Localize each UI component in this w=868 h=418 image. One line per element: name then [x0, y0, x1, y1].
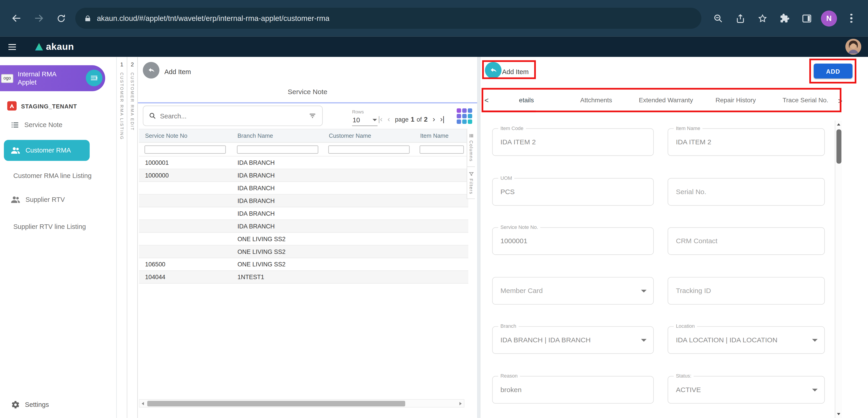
browser-forward-button[interactable]: [28, 7, 50, 29]
next-page-button[interactable]: ›: [433, 116, 435, 123]
tracking-id-field[interactable]: Tracking ID: [668, 277, 825, 305]
table-row[interactable]: 1000000 IDA BRANCH: [139, 169, 468, 182]
rows-per-page-select[interactable]: Rows 10: [352, 109, 377, 126]
pane-tab-listing[interactable]: 1 CUSTOMER RMA LISTING: [117, 57, 127, 418]
sidebar-item-service-note[interactable]: Service Note: [10, 120, 62, 129]
column-header-service-note-no[interactable]: Service Note No: [139, 129, 231, 142]
table-filter-row: [139, 143, 468, 156]
tenant-row[interactable]: STAGING_TENANT: [7, 101, 77, 110]
column-header-branch-name[interactable]: Branch Name: [231, 129, 322, 142]
tab-attchments[interactable]: Attchments: [561, 97, 631, 103]
user-avatar[interactable]: [845, 39, 861, 55]
cell-item-name: [414, 258, 468, 271]
column-header-item-name[interactable]: Item Name: [414, 129, 468, 142]
column-header-customer-name[interactable]: Customer Name: [322, 129, 414, 142]
applet-banner[interactable]: ogo Internal RMA Applet: [0, 65, 105, 91]
table-row[interactable]: ONE LIVING SS2: [139, 245, 468, 258]
last-page-button[interactable]: ›|: [440, 116, 444, 123]
pane-tab-number: 1: [120, 61, 123, 68]
back-reply-icon: [489, 66, 497, 74]
address-bar[interactable]: akaun.cloud/#/applet/tnt/wavelet/erp/int…: [75, 8, 702, 29]
filter-input-customer-name[interactable]: [328, 145, 410, 153]
table-row[interactable]: IDA BRANCH: [139, 195, 468, 207]
horizontal-scrollbar-thumb[interactable]: [147, 401, 405, 407]
location-field[interactable]: Location IDA LOCATION | IDA LOCATION: [668, 326, 825, 354]
filter-input-service-note-no[interactable]: [145, 145, 226, 153]
tab-details[interactable]: etails: [492, 97, 561, 103]
sidebar-item-supplier-rtv-line-listing[interactable]: Supplier RTV line Listing: [13, 223, 86, 231]
field-label: Item Name: [674, 125, 703, 132]
table-row[interactable]: IDA BRANCH: [139, 182, 468, 195]
share-icon[interactable]: [729, 7, 751, 29]
scroll-up-arrow-icon[interactable]: [837, 123, 840, 126]
filters-tool-button[interactable]: Filters: [467, 167, 475, 199]
columns-tool-button[interactable]: Columns: [467, 129, 475, 167]
tab-trace-serial-no[interactable]: Trace Serial No.: [771, 97, 840, 103]
status-field[interactable]: Status: ACTIVE: [668, 376, 825, 404]
table-row[interactable]: 104044 1NTEST1: [139, 271, 468, 284]
detail-back-button[interactable]: [485, 62, 501, 78]
columns-tool-label: Columns: [469, 140, 474, 162]
browser-profile-avatar[interactable]: N: [821, 10, 837, 26]
sidebar-item-label: Supplier RTV: [26, 196, 65, 203]
item-name-field[interactable]: Item Name IDA ITEM 2: [668, 128, 825, 156]
field-placeholder: Tracking ID: [676, 287, 711, 294]
table-row[interactable]: IDA BRANCH: [139, 220, 468, 233]
horizontal-scrollbar[interactable]: [139, 399, 465, 407]
cell-service-note-no: [139, 233, 231, 245]
tab-repair-history[interactable]: Repair History: [701, 97, 771, 103]
scroll-left-arrow-icon[interactable]: [142, 402, 144, 405]
add-button[interactable]: ADD: [814, 64, 852, 79]
app-menu-button[interactable]: [7, 42, 17, 52]
table-row[interactable]: ONE LIVING SS2: [139, 233, 468, 245]
filter-list-icon[interactable]: [308, 112, 316, 120]
zoom-icon[interactable]: [707, 7, 729, 29]
search-input[interactable]: [160, 112, 304, 120]
browser-reload-button[interactable]: [50, 7, 72, 29]
hamburger-icon: [7, 42, 17, 52]
filter-input-branch-name[interactable]: [237, 145, 318, 153]
sidebar-collapse-button[interactable]: [86, 70, 102, 86]
tab-extended-warranty[interactable]: Extended Warranty: [631, 97, 701, 103]
search-box[interactable]: [143, 106, 323, 126]
reason-field[interactable]: Reason broken: [492, 376, 654, 404]
scroll-right-arrow-icon[interactable]: [459, 402, 462, 405]
filter-input-item-name[interactable]: [420, 145, 464, 153]
sidebar-item-supplier-rtv[interactable]: Supplier RTV: [10, 195, 65, 205]
sidebar: ogo Internal RMA Applet STAGING_TENANT S…: [0, 57, 117, 418]
table-row[interactable]: 106500 ONE LIVING SS2: [139, 258, 468, 271]
pane-tab-edit[interactable]: 2 CUSTOMER RMA EDIT: [127, 57, 138, 418]
cell-item-name: [414, 271, 468, 283]
browser-back-button[interactable]: [5, 7, 28, 29]
table-row[interactable]: IDA BRANCH: [139, 207, 468, 220]
cell-item-name: [414, 182, 468, 194]
list-back-button[interactable]: [143, 62, 159, 78]
sidebar-item-customer-rma-line-listing[interactable]: Customer RMA line Listing: [13, 172, 91, 180]
bookmark-star-icon[interactable]: [751, 7, 773, 29]
branch-field[interactable]: Branch IDA BRANCH | IDA BRANCH: [492, 326, 654, 354]
dropdown-caret-icon: [372, 119, 377, 121]
scroll-down-arrow-icon[interactable]: [837, 413, 840, 415]
akaun-logo[interactable]: akaun: [34, 41, 74, 52]
serial-no-field[interactable]: Serial No.: [668, 178, 825, 206]
table-row[interactable]: 1000001 IDA BRANCH: [139, 156, 468, 169]
grid-view-button[interactable]: [457, 108, 472, 124]
side-panel-button[interactable]: [796, 7, 817, 29]
cell-branch-name: IDA BRANCH: [231, 182, 322, 194]
tab-scroll-right-icon[interactable]: >: [838, 97, 842, 105]
member-card-field[interactable]: Member Card: [492, 277, 654, 305]
sidebar-item-settings[interactable]: Settings: [11, 400, 49, 409]
item-code-field[interactable]: Item Code IDA ITEM 2: [492, 128, 654, 156]
customer-rma-edit-panel: Add Item ADD < etails Attchments Extende…: [480, 57, 868, 418]
browser-menu-button[interactable]: [840, 7, 862, 29]
vertical-scrollbar-thumb[interactable]: [836, 129, 841, 164]
uom-field[interactable]: UOM PCS: [492, 178, 654, 206]
vertical-scrollbar[interactable]: [835, 120, 842, 418]
sidebar-item-customer-rma[interactable]: Customer RMA: [4, 140, 90, 161]
service-note-no-field[interactable]: Service Note No. 1000001: [492, 227, 654, 255]
first-page-button[interactable]: |‹: [378, 116, 383, 123]
crm-contact-field[interactable]: CRM Contact: [668, 227, 825, 255]
prev-page-button[interactable]: ‹: [388, 116, 390, 123]
extensions-button[interactable]: [773, 7, 796, 29]
tab-scroll-left-icon[interactable]: <: [482, 96, 492, 104]
